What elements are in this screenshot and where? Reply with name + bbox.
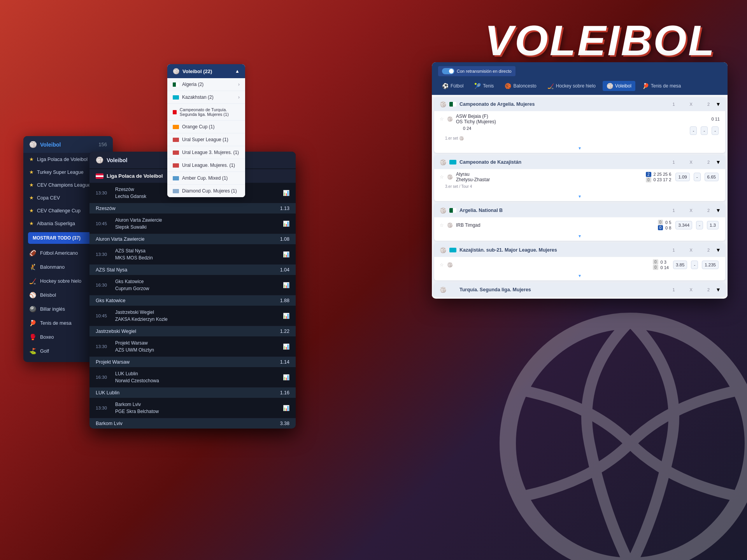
match-teams: Projekt Warsaw AZS UWM Olsztyn [115,340,279,354]
match-data-row[interactable]: ☆ 🏐 ASW Bejaia (F) OS Tichy (Mujeres) 0 … [434,111,725,145]
team1-name: Gks Katowice [115,278,279,285]
favorite-name: Barkom Lviv [96,421,123,426]
dropdown-item[interactable]: Campeonato de Turquía. Segunda liga. Muj… [167,104,245,121]
expand-button[interactable]: ▾ [434,193,725,201]
section-title: Kazajistán. sub-21. Major League. Mujere… [459,247,669,253]
chevron-icon: › [238,94,240,100]
toggle-switch[interactable] [442,68,454,74]
odd1-button[interactable]: 3.344 [675,221,692,229]
chart-icon: 📊 [283,282,289,288]
dropdown-panel: 🏐 Voleibol (22) ▲ Algeria (2) › Kazakhst… [167,64,245,197]
item-label: Kazakhstan (2) [182,94,214,100]
odd1-button[interactable]: 3.85 [673,261,687,269]
match-time: 16:30 [96,375,111,380]
section-header: 🏐 Campeonato de Argelia. Mujeres 1 X 2 ▾ [434,97,725,111]
kazakhstan-flag [449,160,456,164]
odd2-button[interactable]: - [712,126,719,135]
match-time: 13:30 [96,344,111,349]
tab-baloncesto[interactable]: 🏀 Baloncesto [501,81,540,91]
match-row[interactable]: 16:30 Gks Katowice Cuprum Gorzow 📊 [89,275,296,296]
col-2: 2 [707,248,710,252]
favorite-odd: 1.14 [280,359,289,365]
star-icon: ☆ [440,262,444,268]
item-label: Algeria (2) [182,82,203,87]
tab-futbol[interactable]: ⚽ Fútbol [438,81,467,91]
dropdown-item[interactable]: Amber Cup. Mixed (1) [167,172,245,185]
set-info: 1.er set 🏐 [440,135,720,142]
sidebar-sport-title: Voleibol [40,142,61,148]
odd2-button[interactable]: 1.235 [702,261,719,269]
match-row[interactable]: 10:45 Aluron Varta Zawiercie Slepsk Suwa… [89,214,296,234]
team1: IRB Timgad [456,222,480,228]
dropdown-item[interactable]: Ural Super League (1) [167,133,245,146]
favorite-team-row[interactable]: Barkom Lviv 3.38 [89,418,296,429]
item-label: Amber Cup. Mixed (1) [182,175,228,181]
oddx-button[interactable]: - [694,173,701,181]
match-row[interactable]: 13:30 Barkom Lviv PGE Skra Belchatow 📊 [89,398,296,418]
favorite-team-row[interactable]: LUK Lublin 1.16 [89,388,296,398]
match-row[interactable]: 13:30 AZS Stal Nysa MKS MOS Bedzin 📊 [89,244,296,265]
section-title: Campeonato de Kazajistán [459,159,669,165]
tab-tenis-mesa[interactable]: 🏓 Tenis de mesa [638,81,685,91]
match-time: 10:45 [96,221,111,226]
tab-tenis[interactable]: 🎾 Tenis [470,81,498,91]
favorite-team-row[interactable]: Gks Katowice 1.88 [89,296,296,306]
match-data-row[interactable]: ☆ 🏐 Atyrau Zhetysu-Zhastar 2 2 25 25 6 0 [434,169,725,193]
oddx-button[interactable]: - [691,261,698,269]
odd2-button[interactable]: 6.65 [705,173,719,181]
favorite-team-row[interactable]: Aluron Varta Zawiercie 1.08 [89,234,296,244]
league-section-title: Liga Polaca de Voleibol [107,173,163,179]
orange-cup-icon [173,125,179,129]
score2: 0 24 [463,126,471,135]
team1: ASW Bejaia (F) [456,114,496,119]
favorite-team-row[interactable]: AZS Stal Nysa 1.04 [89,265,296,275]
expand-button[interactable]: ▾ [434,145,725,153]
dropdown-list: Algeria (2) › Kazakhstan (2) › Campeonat… [167,78,245,197]
match-time: 13:30 [96,406,111,410]
dropdown-title: Voleibol (22) [182,68,212,74]
score2: 0 14 [661,265,669,270]
section-algeria: 🏐 Campeonato de Argelia. Mujeres 1 X 2 ▾… [434,97,725,153]
item-label: Orange Cup (1) [182,124,214,130]
team2-name: PGE Skra Belchatow [115,408,279,415]
favorite-team-row[interactable]: Jastrzebski Wegiel 1.22 [89,326,296,336]
favorite-name: Projekt Warsaw [96,359,130,365]
star-icon: ☆ [440,174,444,180]
sport-label: Hockey sobre hielo [40,278,95,284]
favorite-odd: 1.08 [280,236,289,242]
chevron-icon: › [238,82,240,87]
dropdown-item[interactable]: Algeria (2) › [167,78,245,91]
oddx-button[interactable]: - [701,126,708,135]
team1-name: Jastrzebski Wegiel [115,309,279,316]
tab-hockey[interactable]: 🏒 Hockey sobre hielo [544,81,600,91]
team1-name: LUK Lublin [115,370,279,377]
match-data-row[interactable]: ☆ 🏐 IRB Timgad 0 0 5 0 0 8 [434,217,725,233]
odd2-button[interactable]: 1.3 [707,221,719,229]
section-turkey: 🏐 Turquía. Segunda liga. Mujeres 1 X 2 ▾ [434,283,725,296]
favorite-team-row[interactable]: Projekt Warsaw 1.14 [89,357,296,367]
expand-button[interactable]: ▾ [434,272,725,280]
oddx-button[interactable]: - [696,221,703,229]
favorite-name: Rzeszów [96,206,116,211]
odd1-button[interactable]: - [690,126,697,135]
favorite-team-row[interactable]: Rzeszów 1.13 [89,203,296,214]
odd1-button[interactable]: 1.09 [675,173,689,181]
match-row[interactable]: 13:30 Projekt Warsaw AZS UWM Olsztyn 📊 [89,336,296,357]
match-teams: Jastrzebski Wegiel ZAKSA Kedzierzyn Kozl… [115,309,279,323]
dropdown-collapse-icon[interactable]: ▲ [235,68,240,74]
live-toggle[interactable]: Con retransmisión en directo [438,66,516,76]
match-row[interactable]: 10:45 Jastrzebski Wegiel ZAKSA Kedzierzy… [89,306,296,326]
score-badge: 2 [646,172,651,177]
dropdown-item[interactable]: Ural League 3. Mujeres. (1) [167,146,245,159]
dropdown-item[interactable]: Kazakhstan (2) › [167,91,245,104]
dropdown-item[interactable]: Diamond Cup. Mujeres (1) [167,185,245,197]
center-panel-title: Voleibol [107,157,127,163]
match-data-row[interactable]: ☆ 🏐 0 0 3 0 0 14 3.85 [434,257,725,272]
expand-button[interactable]: ▾ [434,233,725,241]
dropdown-item[interactable]: Orange Cup (1) [167,121,245,133]
item-label: Ural League. Mujeres. (1) [182,163,235,168]
match-row[interactable]: 16:30 LUK Lublin Norwid Czestochowa 📊 [89,367,296,388]
chevron-icon: ▾ [717,286,720,293]
dropdown-item[interactable]: Ural League. Mujeres. (1) [167,159,245,172]
tab-voleibol[interactable]: 🏐 Voleibol [603,81,635,91]
